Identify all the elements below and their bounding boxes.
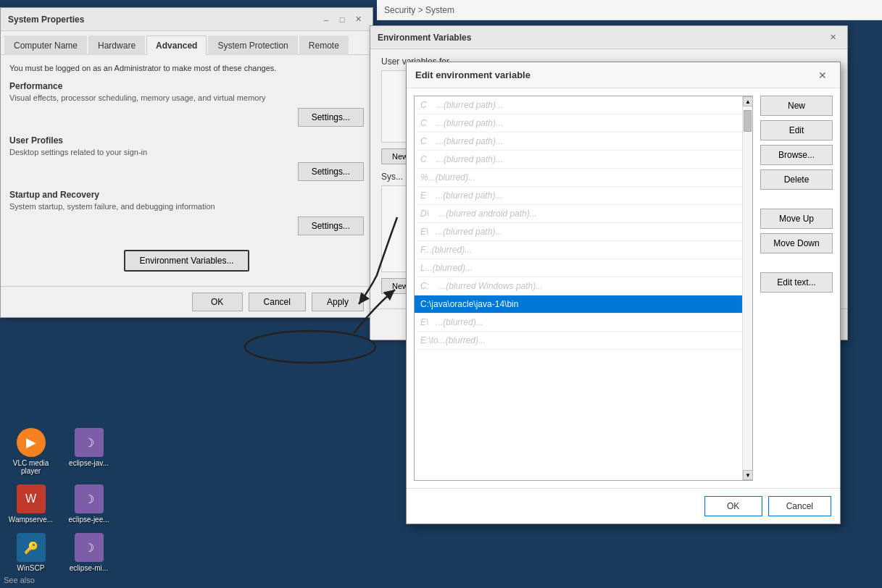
env-vars-title: Environment Variables <box>378 33 471 43</box>
path-item[interactable]: L...(blurred)... <box>415 259 742 277</box>
performance-section: Performance Visual effects, processor sc… <box>9 81 364 127</box>
user-profiles-settings-button[interactable]: Settings... <box>298 162 364 181</box>
path-item[interactable]: C ...(blurred path)... <box>415 151 742 169</box>
env-vars-titlebar: Environment Variables ✕ <box>370 26 847 49</box>
tabs-bar: Computer Name Hardware Advanced System P… <box>1 31 373 55</box>
path-item[interactable]: E:\to...(blurred)... <box>415 332 742 350</box>
svg-point-0 <box>245 331 375 363</box>
close-button[interactable]: ✕ <box>351 12 365 27</box>
tab-hardware[interactable]: Hardware <box>88 35 145 55</box>
system-properties-window: System Properties – □ ✕ Computer Name Ha… <box>0 7 373 318</box>
eclipse-mi-icon: ☽ <box>75 533 104 562</box>
environment-variables-button[interactable]: Environment Variables... <box>124 250 250 272</box>
admin-notice: You must be logged on as an Administrato… <box>9 64 364 72</box>
vlc-icon: ▶ <box>17 428 46 457</box>
performance-settings-button[interactable]: Settings... <box>298 108 364 127</box>
tab-computer-name[interactable]: Computer Name <box>4 35 87 55</box>
breadcrumb: Security > System <box>377 0 882 20</box>
path-item[interactable]: E ...(blurred path)... <box>415 187 742 205</box>
path-new-button[interactable]: New <box>760 96 833 116</box>
tab-advanced[interactable]: Advanced <box>146 35 207 55</box>
eclipse-mi-label: eclipse-mi... <box>70 564 108 572</box>
tab-system-protection[interactable]: System Protection <box>208 35 297 55</box>
path-edit-text-button[interactable]: Edit text... <box>760 272 833 293</box>
desktop-icons-area: ▶ VLC media player ☽ eclipse-jav... W Wa… <box>0 421 127 588</box>
path-delete-button[interactable]: Delete <box>760 169 833 190</box>
minimize-button[interactable]: – <box>319 12 333 27</box>
edit-environment-variable-window: Edit environment variable ✕ C ...(blurre… <box>406 62 841 524</box>
edit-env-content: C ...(blurred path)... C ...(blurred pat… <box>407 88 840 488</box>
path-item[interactable]: C ...(blurred path)... <box>415 133 742 151</box>
winscp-icon: 🔑 <box>17 533 46 562</box>
scroll-up-arrow[interactable]: ▲ <box>743 96 753 106</box>
system-props-content: You must be logged on as an Administrato… <box>1 55 373 286</box>
scroll-thumb <box>744 110 752 132</box>
performance-desc: Visual effects, processor scheduling, me… <box>9 93 364 102</box>
edit-env-cancel-button[interactable]: Cancel <box>768 496 831 516</box>
user-profiles-desc: Desktop settings related to your sign-in <box>9 148 364 156</box>
path-item[interactable]: E\ ...(blurred)... <box>415 314 742 332</box>
user-profiles-header: User Profiles <box>9 135 364 146</box>
system-props-bottom-buttons: OK Cancel Apply <box>1 286 373 317</box>
path-item[interactable]: C ...(blurred path)... <box>415 114 742 133</box>
vlc-label: VLC media player <box>7 459 55 475</box>
wamp-label: Wampserve... <box>9 516 53 524</box>
spacer <box>760 194 833 204</box>
see-also-text: See also <box>4 576 35 584</box>
eclipse-jee-icon: ☽ <box>75 484 104 513</box>
performance-header: Performance <box>9 81 364 91</box>
user-profiles-section: User Profiles Desktop settings related t… <box>9 135 364 181</box>
desktop-icon-vlc[interactable]: ▶ VLC media player <box>4 425 58 478</box>
edit-env-close-button[interactable]: ✕ <box>814 67 831 84</box>
system-props-titlebar: System Properties – □ ✕ <box>1 8 373 31</box>
path-item[interactable]: D\ ...(blurred android path)... <box>415 205 742 223</box>
system-props-apply-button[interactable]: Apply <box>312 293 364 311</box>
system-props-cancel-button[interactable]: Cancel <box>249 293 306 311</box>
edit-env-titlebar: Edit environment variable ✕ <box>407 62 840 88</box>
env-vars-close-button[interactable]: ✕ <box>825 30 840 45</box>
startup-recovery-header: Startup and Recovery <box>9 190 364 200</box>
desktop-icon-eclipse-jee[interactable]: ☽ eclipse-jee... <box>62 482 116 526</box>
path-edit-button[interactable]: Edit <box>760 120 833 140</box>
desktop-icon-eclipse-mi[interactable]: ☽ eclipse-mi... <box>62 530 116 575</box>
path-list-scrollbar[interactable]: ▲ ▼ <box>742 96 752 480</box>
spacer2 <box>760 258 833 268</box>
eclipse-jav-icon: ☽ <box>75 428 104 457</box>
wamp-icon: W <box>17 484 46 513</box>
startup-recovery-settings-button[interactable]: Settings... <box>298 217 364 235</box>
path-list[interactable]: C ...(blurred path)... C ...(blurred pat… <box>415 96 742 480</box>
path-item[interactable]: E\ ...(blurred path)... <box>415 223 742 241</box>
path-move-down-button[interactable]: Move Down <box>760 233 833 253</box>
window-controls: – □ ✕ <box>319 12 365 27</box>
desktop-icon-eclipse-jav[interactable]: ☽ eclipse-jav... <box>62 425 116 478</box>
edit-env-bottom-buttons: OK Cancel <box>407 488 840 524</box>
desktop-icon-wamp[interactable]: W Wampserve... <box>4 482 58 526</box>
edit-env-action-buttons: New Edit Browse... Delete Move Up Move D… <box>760 96 833 481</box>
path-item[interactable]: F...(blurred)... <box>415 241 742 259</box>
path-move-up-button[interactable]: Move Up <box>760 209 833 229</box>
path-item-selected[interactable]: C:\java\oracle\java-14\bin <box>415 295 742 314</box>
winscp-label: WinSCP <box>17 564 45 572</box>
tab-remote[interactable]: Remote <box>299 35 349 55</box>
path-item[interactable]: %...(blurred)... <box>415 169 742 187</box>
scroll-track <box>743 106 752 470</box>
scroll-down-arrow[interactable]: ▼ <box>743 470 753 480</box>
desktop-icon-winscp[interactable]: 🔑 WinSCP <box>4 530 58 575</box>
edit-env-ok-button[interactable]: OK <box>704 496 762 516</box>
path-item[interactable]: C ...(blurred path)... <box>415 96 742 114</box>
startup-recovery-section: Startup and Recovery System startup, sys… <box>9 190 364 235</box>
env-variables-wrapper: Environment Variables... <box>9 244 364 277</box>
env-vars-window-controls: ✕ <box>825 30 840 45</box>
system-props-title: System Properties <box>8 14 84 25</box>
system-props-ok-button[interactable]: OK <box>192 293 243 311</box>
startup-recovery-desc: System startup, system failure, and debu… <box>9 202 364 211</box>
path-item[interactable]: C: ...(blurred Windows path)... <box>415 277 742 295</box>
path-browse-button[interactable]: Browse... <box>760 145 833 165</box>
path-list-wrapper: C ...(blurred path)... C ...(blurred pat… <box>414 96 753 481</box>
eclipse-jee-label: eclipse-jee... <box>68 516 109 524</box>
edit-env-title: Edit environment variable <box>415 70 531 80</box>
eclipse-jav-label: eclipse-jav... <box>69 459 109 467</box>
maximize-button[interactable]: □ <box>335 12 349 27</box>
